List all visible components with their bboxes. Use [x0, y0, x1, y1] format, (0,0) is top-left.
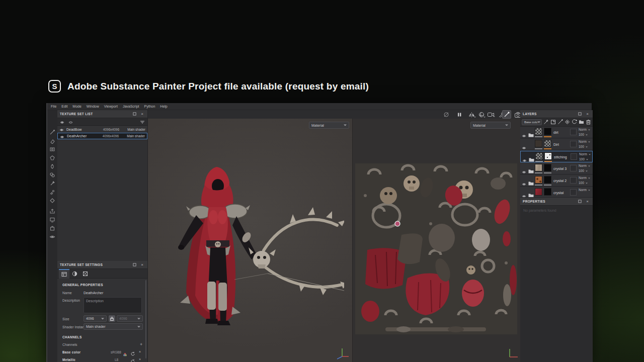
- smudge-tool-icon[interactable]: [49, 162, 55, 168]
- display-settings-icon[interactable]: [49, 216, 55, 222]
- paint-mode-button[interactable]: [502, 110, 511, 119]
- menu-edit[interactable]: Edit: [61, 105, 67, 108]
- tab-mesh-maps[interactable]: [69, 269, 80, 279]
- layer-row-dirt2[interactable]: Dirt Norm 100: [520, 139, 593, 150]
- material-dropdown-3d[interactable]: Material: [309, 122, 349, 129]
- blend-mode-dropdown[interactable]: Norm: [579, 152, 591, 156]
- add-channel-button[interactable]: +: [140, 342, 142, 347]
- mask-thumbnail[interactable]: [544, 128, 551, 135]
- layer-thumbnail[interactable]: [535, 128, 542, 135]
- description-field[interactable]: [84, 297, 142, 313]
- symmetry-off-icon[interactable]: [443, 112, 450, 118]
- size-height-dropdown[interactable]: 4096: [117, 315, 143, 322]
- close-panel-icon[interactable]: ×: [585, 111, 590, 117]
- close-panel-icon[interactable]: ×: [585, 199, 590, 204]
- mask-thumbnail[interactable]: [544, 188, 551, 196]
- menu-mode[interactable]: Mode: [72, 105, 82, 108]
- shader-sphere-icon[interactable]: [478, 112, 485, 118]
- delete-layer-icon[interactable]: [586, 118, 591, 127]
- add-smart-material-icon[interactable]: [565, 118, 570, 127]
- add-paint-layer-icon[interactable]: [557, 118, 563, 127]
- solo-visibility-icon[interactable]: [68, 117, 73, 126]
- texture-set-row-deatharcher[interactable]: DeathArcher 4096x4096 Main shader: [57, 133, 147, 139]
- float-panel-icon[interactable]: [577, 199, 583, 204]
- mask-thumbnail[interactable]: [544, 164, 551, 171]
- mask-thumbnail[interactable]: [544, 152, 552, 160]
- layer-thumbnail[interactable]: [535, 140, 542, 147]
- tab-general[interactable]: [59, 269, 69, 279]
- axis-gizmo-2d[interactable]: [506, 346, 521, 360]
- menu-help[interactable]: Help: [160, 105, 167, 108]
- paint-brush-tool-icon[interactable]: [49, 128, 55, 134]
- geometry-mask-tool-icon[interactable]: [49, 197, 55, 203]
- settings-scrollbar[interactable]: [145, 280, 146, 358]
- filter-icon[interactable]: [140, 117, 145, 126]
- menu-viewport[interactable]: Viewport: [104, 105, 118, 108]
- eye-icon[interactable]: [522, 191, 526, 198]
- eraser-tool-icon[interactable]: [49, 137, 55, 143]
- menu-window[interactable]: Window: [87, 105, 99, 108]
- texture-set-row-deadbow[interactable]: DeadBow 4096x4096 Main shader: [57, 126, 147, 133]
- size-dropdown[interactable]: 4096: [84, 315, 107, 322]
- add-smart-mask-icon[interactable]: [572, 118, 577, 127]
- layer-row-stitching[interactable]: stitching Norm 100: [520, 151, 593, 162]
- opacity-dropdown[interactable]: 100: [579, 133, 588, 136]
- tab-uv-tile[interactable]: [80, 269, 91, 279]
- add-group-folder-icon[interactable]: [579, 118, 584, 127]
- reset-channel-icon[interactable]: [130, 357, 135, 362]
- material-picker-tool-icon[interactable]: [49, 179, 55, 186]
- size-lock-button[interactable]: [109, 315, 115, 322]
- layer-thumbnail[interactable]: [535, 176, 542, 184]
- channel-filter-dropdown[interactable]: Base colo: [522, 119, 542, 125]
- camera-projection-icon[interactable]: [487, 112, 494, 118]
- shelf-icon[interactable]: [49, 224, 55, 230]
- blend-mode-dropdown[interactable]: Norm: [579, 164, 590, 167]
- material-dropdown-2d[interactable]: Material: [470, 122, 511, 129]
- add-fill-layer-icon[interactable]: [550, 118, 556, 127]
- mirror-view-icon[interactable]: [468, 112, 475, 118]
- opacity-dropdown[interactable]: 100: [579, 181, 588, 185]
- polygon-fill-tool-icon[interactable]: [49, 154, 55, 160]
- viewport-3d[interactable]: Material: [148, 119, 352, 362]
- channel-metallic-format[interactable]: L8: [115, 358, 118, 361]
- layer-row-dirt[interactable]: dirt Norm 100: [520, 127, 593, 138]
- name-value[interactable]: DeathArcher: [84, 291, 103, 295]
- axis-gizmo-3d[interactable]: [335, 346, 350, 360]
- shader-instance-dropdown[interactable]: Main shader: [84, 323, 143, 330]
- float-panel-icon[interactable]: [132, 262, 137, 267]
- add-effect-icon[interactable]: [543, 118, 549, 127]
- opacity-dropdown[interactable]: 100: [579, 169, 588, 172]
- blend-mode-dropdown[interactable]: Norm: [579, 176, 590, 179]
- blend-mode-dropdown[interactable]: Norm: [579, 128, 590, 131]
- eye-icon[interactable]: [60, 132, 64, 141]
- export-icon[interactable]: [49, 207, 55, 213]
- layer-thumbnail[interactable]: [535, 164, 542, 171]
- layer-thumbnail[interactable]: [535, 188, 542, 196]
- pause-engine-icon[interactable]: [456, 112, 463, 118]
- mask-thumbnail[interactable]: [544, 140, 551, 147]
- clone-tool-icon[interactable]: [49, 171, 55, 177]
- close-panel-icon[interactable]: ×: [139, 111, 145, 117]
- blend-mode-dropdown[interactable]: Norm: [579, 140, 590, 143]
- remove-channel-icon[interactable]: ×: [139, 357, 141, 361]
- menu-javascript[interactable]: JavaScript: [123, 105, 139, 108]
- float-panel-icon[interactable]: [132, 111, 137, 117]
- resources-icon[interactable]: [49, 233, 55, 239]
- opacity-dropdown[interactable]: 100: [579, 145, 588, 148]
- mask-thumbnail[interactable]: [544, 176, 551, 184]
- projection-tool-icon[interactable]: [49, 145, 55, 151]
- float-panel-icon[interactable]: [577, 111, 583, 117]
- menu-file[interactable]: File: [51, 105, 56, 108]
- particles-tool-icon[interactable]: [49, 188, 55, 194]
- layer-row-crystal2[interactable]: crystal 2 Norm 100: [520, 175, 593, 187]
- layer-row-crystal[interactable]: crystal Norm: [520, 187, 593, 198]
- menu-python[interactable]: Python: [144, 105, 155, 108]
- layer-row-crystal3[interactable]: crystal 3 Norm 100: [520, 163, 593, 174]
- layer-thumbnail[interactable]: [535, 152, 543, 160]
- blend-mode-dropdown[interactable]: Norm: [579, 188, 590, 192]
- close-panel-icon[interactable]: ×: [139, 262, 145, 267]
- remove-channel-icon[interactable]: ×: [139, 350, 141, 353]
- opacity-dropdown[interactable]: 100: [579, 157, 588, 161]
- channel-base-color-format[interactable]: sRGB8: [111, 350, 121, 354]
- viewport-2d[interactable]: Material: [352, 119, 520, 362]
